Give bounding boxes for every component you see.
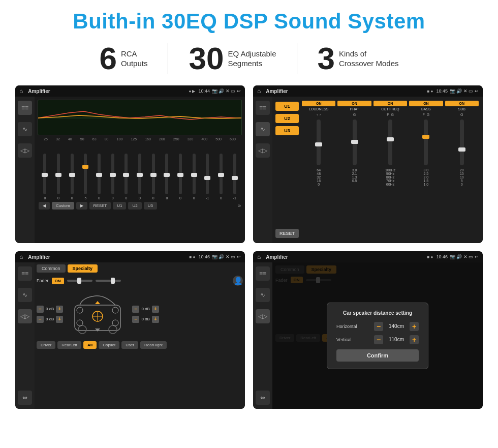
eq-track-2[interactable] [71,154,74,194]
eq-track-11[interactable] [193,154,196,194]
eq-sidebar-eq-icon[interactable]: ≡≡ [18,101,32,115]
loudness-on-btn[interactable]: ON [302,101,335,106]
sp-rearright-btn[interactable]: RearRight [140,341,167,349]
eq-track-10[interactable] [179,154,182,194]
db-minus-1[interactable]: − [37,306,44,313]
tab-common[interactable]: Common [37,264,66,273]
eq-track-8[interactable] [152,154,155,194]
sp-copilot-btn[interactable]: Copilot [99,341,119,349]
eq-thumb-7[interactable] [137,173,143,177]
eq-thumb-9[interactable] [164,173,170,177]
db-plus-3[interactable]: + [152,306,159,313]
sp-sidebar-eq-icon[interactable]: ≡≡ [18,266,32,281]
preset-u3-btn[interactable]: U3 [275,126,299,135]
fader-on-btn[interactable]: ON [52,278,64,284]
cutfreq-slider[interactable] [388,120,392,165]
preset-u2-btn[interactable]: U2 [275,114,299,123]
eq-thumb-2[interactable] [69,173,75,177]
dist-sidebar-arrows-icon[interactable]: ⇔ [256,391,270,405]
sp-all-btn[interactable]: All [83,341,97,349]
eq-thumb-3[interactable] [82,165,88,169]
db-minus-2[interactable]: − [37,316,44,323]
db-plus-2[interactable]: + [56,316,63,323]
cutfreq-labels: FG [387,113,394,116]
ch-reset-btn[interactable]: RESET [275,229,299,238]
fader-handle-2[interactable] [111,278,115,284]
eq-track-6[interactable] [124,154,128,194]
eq-track-5[interactable] [111,154,114,194]
eq-thumb-11[interactable] [191,173,197,177]
distance-dialog-overlay: Car speaker distance setting Horizontal … [272,262,483,409]
eq-track-13[interactable] [220,154,223,194]
sp-rearleft-btn[interactable]: RearLeft [57,341,81,349]
eq-track-7[interactable] [138,154,141,194]
confirm-button[interactable]: Confirm [336,349,419,362]
eq-thumb-12[interactable] [204,176,210,180]
eq-u1-btn[interactable]: U1 [113,202,126,210]
eq-track-12[interactable] [206,154,209,194]
sub-slider[interactable] [460,120,464,165]
db-plus-1[interactable]: + [56,306,63,313]
eq-thumb-4[interactable] [96,173,102,177]
eq-slider-7: 0 [134,154,146,200]
eq-thumb-14[interactable] [232,176,238,180]
eq-thumb-5[interactable] [110,173,116,177]
eq-thumb-8[interactable] [150,173,157,177]
vertical-plus-btn[interactable]: + [410,335,419,344]
eq-thumb-13[interactable] [218,173,224,177]
eq-thumb-6[interactable] [123,173,129,177]
eq-track-0[interactable] [43,154,46,194]
eq-thumb-0[interactable] [42,173,48,177]
eq-sidebar-wave-icon[interactable]: ∿ [18,122,32,136]
eq-sidebar-speaker-icon[interactable]: ◁▷ [18,143,32,158]
eq-track-4[interactable] [98,154,101,194]
horizontal-plus-btn[interactable]: + [410,322,419,331]
fader-track-2[interactable] [96,280,121,282]
db-minus-3[interactable]: − [132,306,139,313]
db-plus-4[interactable]: + [152,316,159,323]
fader-track-1[interactable] [67,280,92,282]
phat-slider[interactable] [353,120,357,165]
eq-track-1[interactable] [57,154,60,194]
dist-sidebar-eq-icon[interactable]: ≡≡ [256,266,270,281]
eq-track-14[interactable] [233,154,236,194]
sp-sidebar-arrows-icon[interactable]: ⇔ [18,391,32,405]
preset-u1-btn[interactable]: U1 [275,102,299,111]
bass-thumb[interactable] [422,135,429,139]
eq-thumb-1[interactable] [55,173,61,177]
eq-u2-btn[interactable]: U2 [128,202,141,210]
fader-handle-1[interactable] [77,278,81,284]
sp-user-btn[interactable]: User [121,341,138,349]
ch-sidebar-speaker-icon[interactable]: ◁▷ [256,143,270,158]
vertical-minus-btn[interactable]: − [374,335,383,344]
eq-track-3[interactable] [84,154,87,194]
ch-sidebar-wave-icon[interactable]: ∿ [256,122,270,136]
sp-sidebar-speaker-icon[interactable]: ◁▷ [18,309,32,323]
phat-thumb[interactable] [351,140,358,144]
loudness-slider[interactable] [317,120,321,165]
tab-specialty[interactable]: Specialty [68,264,98,273]
eq-play-btn[interactable]: ▶ [76,202,87,210]
eq-reset-btn[interactable]: RESET [89,202,111,210]
eq-u3-btn[interactable]: U3 [144,202,157,210]
sub-on-btn[interactable]: ON [445,101,479,106]
dist-sidebar-speaker-icon[interactable]: ◁▷ [256,309,270,323]
horizontal-minus-btn[interactable]: − [374,322,383,331]
phat-on-btn[interactable]: ON [337,101,371,106]
bass-slider[interactable] [424,120,428,165]
cutfreq-on-btn[interactable]: ON [374,101,407,106]
cutfreq-thumb[interactable] [387,137,394,141]
speaker-status-dot: ■ ● [190,255,196,259]
sp-driver-btn[interactable]: Driver [37,341,55,349]
sp-sidebar-wave-icon[interactable]: ∿ [18,288,32,302]
ch-sidebar-eq-icon[interactable]: ≡≡ [256,101,270,115]
eq-prev-btn[interactable]: ◀ [39,202,50,210]
eq-track-9[interactable] [165,154,168,194]
dist-sidebar-wave-icon[interactable]: ∿ [256,288,270,302]
loudness-thumb[interactable] [315,142,322,146]
eq-custom-btn[interactable]: Custom [52,202,74,210]
db-minus-4[interactable]: − [132,316,139,323]
sub-thumb[interactable] [458,147,465,152]
bass-on-btn[interactable]: ON [409,101,443,106]
eq-thumb-10[interactable] [177,173,183,177]
